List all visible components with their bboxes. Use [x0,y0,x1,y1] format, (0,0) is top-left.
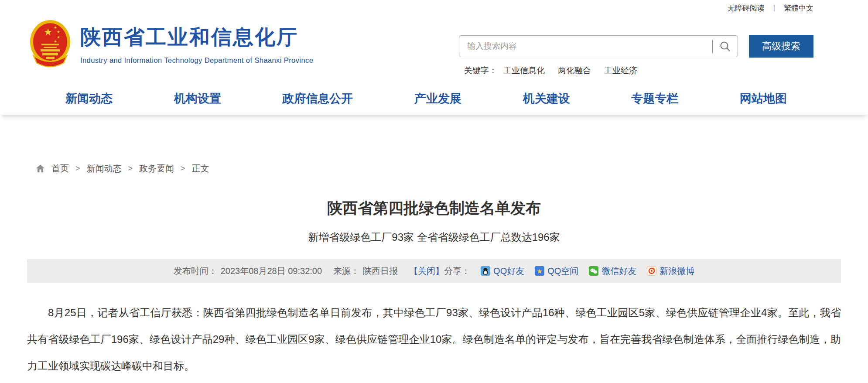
traditional-chinese-link[interactable]: 繁體中文 [784,3,813,13]
share-label: 分享： [444,265,470,277]
main-nav: 新闻动态 机构设置 政府信息公开 产业发展 机关建设 专题专栏 网站地图 [0,83,868,115]
share-qq-friend[interactable]: QQ好友 [481,265,524,277]
article-meta-bar: 发布时间： 2023年08月28日 09:32:00 来源： 陕西日报 【关闭】… [27,259,841,283]
svg-text:★: ★ [54,39,57,44]
qq-icon [481,266,490,276]
breadcrumb-separator: > [75,164,80,173]
breadcrumb: 首页 > 新闻动态 > 政务要闻 > 正文 [27,163,841,174]
nav-item-sitemap[interactable]: 网站地图 [740,91,787,106]
nav-item-gov-info[interactable]: 政府信息公开 [282,91,353,106]
search-box [459,35,738,57]
svg-text:★: ★ [57,30,60,34]
share-wechat[interactable]: 微信好友 [589,265,636,277]
share-weibo[interactable]: 新浪微博 [647,265,694,277]
breadcrumb-separator: > [128,164,133,173]
breadcrumb-current: 正文 [192,163,209,174]
breadcrumb-separator: > [181,164,185,173]
publish-time-value: 2023年08月28日 09:32:00 [221,265,322,277]
search-area: 高级搜索 关键字： 工业信息化 两化融合 工业经济 [459,35,813,76]
svg-text:★: ★ [54,25,57,30]
keyword-link[interactable]: 工业经济 [604,65,637,76]
svg-text:★: ★ [44,27,52,38]
source-label: 来源： [333,265,359,277]
keyword-link[interactable]: 工业信息化 [503,65,545,76]
keywords-label: 关键字： [464,65,497,76]
article-title: 陕西省第四批绿色制造名单发布 [27,198,841,219]
topbar-divider: | [773,4,775,12]
breadcrumb-news[interactable]: 新闻动态 [87,163,122,174]
national-emblem-icon: ★ ★ ★ ★ ★ [29,19,72,69]
breadcrumb-gov-news[interactable]: 政务要闻 [139,163,174,174]
nav-item-agency[interactable]: 机关建设 [523,91,570,106]
nav-item-news[interactable]: 新闻动态 [65,91,113,106]
article-page: 首页 > 新闻动态 > 政务要闻 > 正文 陕西省第四批绿色制造名单发布 新增省… [0,163,868,379]
site-logo[interactable]: ★ ★ ★ ★ ★ 陕西省工业和信息化厅 Industry and Inform… [29,19,313,69]
site-titles: 陕西省工业和信息化厅 Industry and Information Tech… [80,24,313,65]
qzone-icon: ★ [535,266,544,276]
utility-bar: 无障碍阅读 | 繁體中文 [0,0,868,16]
svg-text:★: ★ [537,267,542,275]
nav-item-industry[interactable]: 产业发展 [414,91,461,106]
weibo-icon [647,266,656,276]
publish-time-label: 发布时间： [174,265,217,277]
accessibility-link[interactable]: 无障碍阅读 [728,3,765,13]
nav-item-special[interactable]: 专题专栏 [631,91,678,106]
nav-item-organization[interactable]: 机构设置 [174,91,221,106]
article-subtitle: 新增省级绿色工厂93家 全省省级绿色工厂总数达196家 [27,230,841,244]
site-subtitle-english: Industry and Information Technology Depa… [80,56,313,65]
wechat-icon [589,266,598,276]
keyword-link[interactable]: 两化融合 [558,65,591,76]
site-title: 陕西省工业和信息化厅 [80,24,313,51]
share-qzone[interactable]: ★ QQ空间 [535,265,578,277]
home-icon [36,164,45,173]
advanced-search-button[interactable]: 高级搜索 [749,35,813,58]
search-input[interactable] [467,36,709,56]
svg-text:★: ★ [57,35,60,39]
search-icon[interactable] [719,41,731,52]
search-divider [712,40,713,53]
close-button[interactable]: 【关闭】 [409,265,444,277]
site-header: ★ ★ ★ ★ ★ 陕西省工业和信息化厅 Industry and Inform… [0,16,868,78]
source-value: 陕西日报 [363,265,398,277]
breadcrumb-home[interactable]: 首页 [51,163,69,174]
article-body: 8月25日，记者从省工信厅获悉：陕西省第四批绿色制造名单日前发布，其中绿色工厂9… [27,299,841,379]
search-keywords: 关键字： 工业信息化 两化融合 工业经济 [459,65,813,76]
